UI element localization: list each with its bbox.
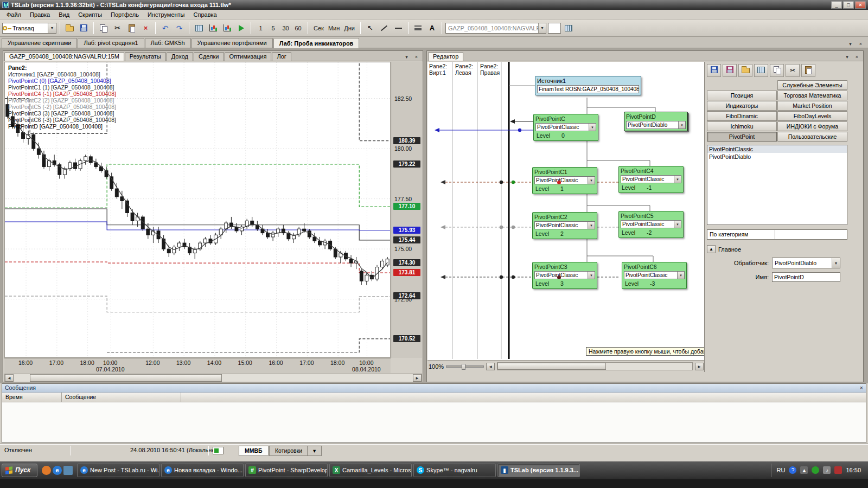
category-ichimoku[interactable]: Ichimoku (707, 121, 777, 131)
block-handler-select[interactable]: PivotPointClassic▼ (624, 271, 685, 279)
market-tab-ммвб[interactable]: ММВБ (239, 446, 269, 456)
copy-button[interactable] (97, 22, 110, 34)
taskbar-item-2[interactable]: eНовая вкладка - Windo... (161, 464, 244, 477)
panel-close-icon[interactable]: × (853, 53, 861, 61)
palette-item-list[interactable]: PivotPointClassicPivotPointDiablo (707, 145, 847, 225)
timeframe-60-button[interactable]: 60 (292, 22, 304, 34)
open-button[interactable] (738, 64, 752, 77)
block-pivotpointc2[interactable]: PivotPointC2PivotPointClassic▼Level2 (532, 212, 597, 239)
hline-tool-button[interactable] (392, 22, 405, 34)
tabs-close-icon[interactable]: × (857, 40, 865, 48)
undo-button[interactable]: ↶ (159, 22, 171, 34)
chart-tab-5[interactable]: Оптимизация (225, 52, 272, 61)
scrollbar-thumb[interactable] (30, 374, 222, 382)
panel-collapse-icon[interactable]: ▾ (403, 53, 411, 61)
menu-инструменты[interactable]: Инструменты (143, 11, 189, 18)
timeframe-5-button[interactable]: 5 (267, 22, 279, 34)
start-button[interactable]: Пуск (2, 464, 37, 477)
block-pivotpointc5[interactable]: PivotPointC5PivotPointClassic▼Level-2 (618, 211, 684, 238)
messages-close-icon[interactable]: × (860, 384, 863, 391)
block-handler-select[interactable]: PivotPointClassic▼ (534, 221, 595, 229)
eject-tray-icon[interactable]: ▲ (800, 466, 808, 474)
volume-tray-icon[interactable]: ♪ (823, 466, 831, 474)
doc-tab-2[interactable]: Лаб: pivot средняя1 (78, 38, 144, 48)
category-индюки-с-форума[interactable]: ИНДЮКИ с Форума (777, 121, 847, 131)
dropdown-icon[interactable]: ▼ (589, 124, 596, 131)
internet-explorer-icon[interactable]: e (53, 466, 62, 475)
scroll-right-icon[interactable]: ► (695, 363, 704, 370)
filter-by-category-label[interactable]: По категориям (707, 229, 775, 240)
minimize-button[interactable]: _ (831, 1, 842, 9)
color-box[interactable] (548, 23, 561, 34)
category-pivotpoint[interactable]: PivotPoint (707, 132, 777, 142)
block-handler-select[interactable]: PivotPointDiablo▼ (626, 121, 686, 129)
unit-мин-button[interactable]: Мин (326, 22, 342, 34)
editor-scrollbar[interactable] (497, 362, 693, 370)
chart-plot-area[interactable]: Pane2:Источник1 [GAZP_050408_100408]Pivo… (4, 62, 391, 358)
script-diagram-canvas[interactable]: Источник1 FinamText ROSN:GAZP_050408_100… (427, 62, 705, 372)
cut-button[interactable]: ✂ (111, 22, 124, 34)
category-торговая-математика[interactable]: Торговая Математика (777, 91, 847, 100)
dropdown-icon[interactable]: ▼ (538, 23, 546, 33)
language-indicator[interactable]: RU (777, 467, 786, 473)
block-handler-select[interactable]: PivotPointClassic▼ (534, 271, 595, 279)
close-button[interactable]: × (855, 1, 866, 9)
timeframe-30-button[interactable]: 30 (279, 22, 292, 34)
line-tool-button[interactable] (378, 22, 391, 34)
scroll-left-icon[interactable]: ◄ (486, 363, 495, 370)
panel-close-icon[interactable]: × (412, 53, 420, 61)
handler-combo[interactable]: PivotPointDiablo ▼ (772, 258, 840, 268)
export-chart-button[interactable] (221, 22, 233, 34)
pointer-tool-button[interactable]: ↖ (364, 22, 376, 34)
chart-tab-6[interactable]: Лог (272, 52, 291, 61)
maximize-button[interactable]: □ (843, 1, 854, 9)
palette-item-pivotpointdiablo[interactable]: PivotPointDiablo (707, 153, 847, 160)
taskbar-item-1[interactable]: eNew Post - TSLab.ru - Wi... (77, 464, 159, 477)
category-fibodaylevels[interactable]: FiboDayLevels (777, 111, 847, 121)
doc-tab-3[interactable]: Лаб: GMK5h (145, 38, 191, 48)
doc-tab-5[interactable]: Лаб: Проба инжикаторов (273, 38, 360, 48)
messages-list-body[interactable] (2, 402, 866, 442)
doc-tab-1[interactable]: Управление скриптами (2, 38, 77, 48)
category-fibodinamic[interactable]: FiboDinamic (707, 111, 777, 121)
messages-column-2[interactable]: Сообщение (62, 393, 181, 402)
dropdown-icon[interactable]: ▼ (588, 272, 595, 279)
unit-дни-button[interactable]: Дни (342, 22, 357, 34)
taskbar-item-4[interactable]: XCamarilla_Levels - Micros... (329, 464, 412, 477)
chart-tab-2[interactable]: Результаты (125, 52, 166, 61)
collapse-section-icon[interactable]: ▲ (707, 245, 716, 253)
block-pivotpointd[interactable]: PivotPointDPivotPointDiablo▼ (624, 112, 688, 131)
category-пользовательские[interactable]: Пользовательские (777, 132, 847, 142)
menu-файл[interactable]: Файл (2, 11, 25, 18)
price-axis[interactable]: 182.50180.00177.50175.00172.50180.39179.… (392, 62, 422, 358)
level-param-value[interactable]: -2 (647, 229, 652, 236)
dropdown-icon[interactable]: ▼ (674, 221, 681, 228)
level-param-value[interactable]: 2 (560, 230, 564, 237)
menu-портфель[interactable]: Портфель (106, 11, 143, 18)
run-script-button[interactable] (235, 22, 247, 34)
block-handler-select[interactable]: PivotPointClassic▼ (534, 176, 595, 184)
block-pivotpointc6[interactable]: PivotPointC6PivotPointClassic▼Level-3 (622, 262, 687, 289)
taskbar-item-6[interactable]: ▮TSLab (версия 1.1.9.3... (497, 464, 580, 477)
category-служебные-элементы[interactable]: Служебные Элементы (777, 80, 847, 90)
unit-сек-button[interactable]: Сек (311, 22, 326, 34)
level-param-value[interactable]: 0 (561, 132, 565, 139)
menu-скрипты[interactable]: Скрипты (74, 11, 106, 18)
network-tray-icon[interactable] (834, 466, 842, 474)
dropdown-icon[interactable]: ▼ (677, 272, 684, 279)
menu-справка[interactable]: Справка (189, 11, 221, 18)
category-позиция[interactable]: Позиция (707, 91, 777, 100)
palette-item-pivotpointclassic[interactable]: PivotPointClassic (707, 145, 847, 153)
source-value[interactable]: FinamText ROSN:GAZP_050408_100408 (537, 85, 639, 93)
block-name-input[interactable]: PivotPointD (772, 272, 840, 282)
level-param-value[interactable]: -1 (647, 184, 652, 191)
save-button[interactable] (78, 22, 90, 34)
block-handler-select[interactable]: PivotPointClassic▼ (535, 123, 596, 131)
scroll-right-icon[interactable]: ► (413, 374, 422, 382)
copy-button[interactable] (770, 64, 784, 77)
text-tool-button[interactable]: A (426, 22, 438, 34)
block-pivotpointc4[interactable]: PivotPointC4PivotPointClassic▼Level-1 (618, 166, 684, 193)
panel-collapse-icon[interactable]: ▾ (843, 53, 851, 61)
grid-settings-button[interactable] (563, 22, 575, 34)
dropdown-icon[interactable]: ▼ (678, 121, 685, 129)
